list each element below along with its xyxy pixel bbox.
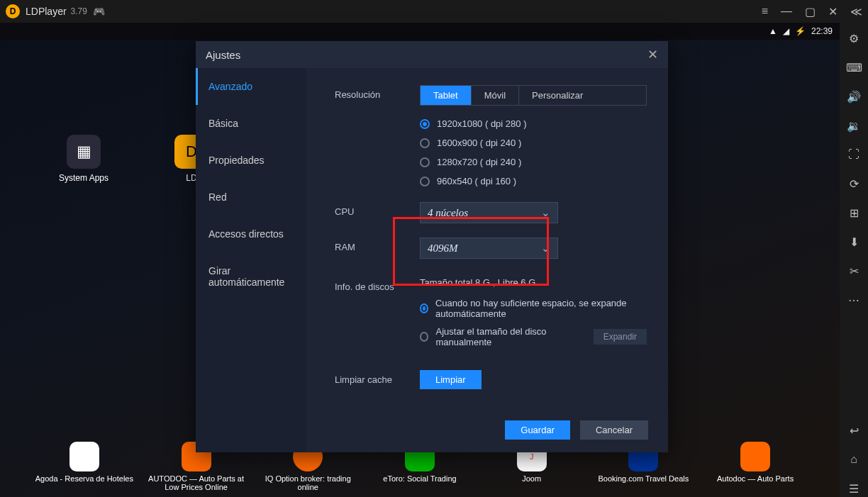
label-disk: Info. de discos [335,277,420,292]
signal-icon: ◢ [783,26,789,36]
sidebar-item-basica[interactable]: Básica [196,105,306,142]
save-button[interactable]: Guardar [505,420,570,440]
apk-icon[interactable]: ⬇ [845,233,862,250]
settings-content: Resolución Tablet Móvil Personalizar 192… [306,68,668,452]
chevron-down-icon: ⌄ [541,242,550,255]
sidebar-item-red[interactable]: Red [196,179,306,216]
app-name: LDPlayer [26,6,67,17]
charging-icon: ⚡ [795,26,806,36]
label-cache: Limpiar cache [335,370,420,385]
settings-modal: Ajustes ✕ Avanzado Básica Propiedades Re… [196,41,668,452]
ram-dropdown[interactable]: 4096M ⌄ [420,238,558,259]
volume-up-icon[interactable]: 🔊 [845,88,862,105]
back-icon[interactable]: ↩ [845,422,862,439]
resolution-tabs: Tablet Móvil Personalizar [420,85,647,106]
sidebar-item-girar[interactable]: Girar automáticamente [196,252,306,301]
radio-1600x900[interactable]: 1600x900 ( dpi 240 ) [420,138,647,148]
sidebar-item-propiedades[interactable]: Propiedades [196,142,306,179]
recent-icon[interactable]: ☰ [845,480,862,497]
close-icon[interactable]: ✕ [647,47,658,62]
home-icon[interactable]: ⌂ [845,451,862,468]
right-toolbar: ⚙ ⌨ 🔊 🔉 ⛶ ⟳ ⊞ ⬇ ✂ ⋯ ↩ ⌂ ☰ [840,23,868,497]
clear-cache-button[interactable]: Limpiar [420,370,482,389]
radio-dot-icon [420,332,428,342]
label-resolution: Resolución [335,85,420,100]
app-agoda[interactable]: Agoda - Reserva de Hoteles [31,442,138,491]
scissors-icon[interactable]: ✂ [845,262,862,279]
sidebar-item-avanzado[interactable]: Avanzado [196,68,306,105]
label-cpu: CPU [335,202,420,217]
keyboard-icon[interactable]: ⌨ [845,59,862,76]
ram-value: 4096M [428,242,458,255]
modal-header: Ajustes ✕ [196,41,668,68]
maximize-icon[interactable]: ▢ [805,5,816,18]
volume-down-icon[interactable]: 🔉 [845,117,862,134]
radio-1920x1080[interactable]: 1920x1080 ( dpi 280 ) [420,118,647,129]
radio-dot-icon [420,157,430,167]
collapse-sidebar-icon[interactable]: ≪ [850,5,862,18]
cpu-value: 4 núcelos [428,207,468,219]
modal-title: Ajustes [206,49,240,61]
menu-icon[interactable]: ≡ [762,5,768,18]
android-statusbar: ▲ ◢ ⚡ 22:39 [0,23,840,40]
fullscreen-icon[interactable]: ⛶ [845,146,862,163]
folder-icon: ▦ [67,135,101,169]
radio-disk-manual[interactable]: Ajustar el tamaño del disco manualmente … [420,326,647,347]
radio-dot-icon [420,177,430,186]
radio-dot-icon [420,138,430,148]
app-logo: D [6,4,20,18]
app-version: 3.79 [71,6,87,16]
radio-dot-icon [420,303,428,313]
settings-sidebar: Avanzado Básica Propiedades Red Accesos … [196,68,306,452]
desktop-icon-system-apps[interactable]: ▦ System Apps [41,135,126,183]
settings-gear-icon[interactable]: ⚙ [845,30,862,47]
status-time: 22:39 [811,26,833,36]
expand-button[interactable]: Expandir [594,329,647,345]
cancel-button[interactable]: Cancelar [580,420,648,440]
multi-instance-icon[interactable]: ⊞ [845,204,862,221]
wifi-icon: ▲ [769,26,777,36]
more-icon[interactable]: ⋯ [845,291,862,308]
tab-tablet[interactable]: Tablet [421,86,472,105]
tab-personalizar[interactable]: Personalizar [519,86,596,105]
disk-size-text: Tamaño total 8 G , Libre 6 G [420,277,647,288]
icon-label: System Apps [41,173,126,183]
chevron-down-icon: ⌄ [541,206,550,219]
close-icon[interactable]: ✕ [828,5,838,18]
tab-movil[interactable]: Móvil [472,86,519,105]
cpu-dropdown[interactable]: 4 núcelos ⌄ [420,202,558,223]
titlebar: D LDPlayer 3.79 🎮 ≡ — ▢ ✕ ≪ [0,0,868,23]
radio-dot-icon [420,119,430,129]
gamepad-icon[interactable]: 🎮 [93,6,105,17]
radio-1280x720[interactable]: 1280x720 ( dpi 240 ) [420,157,647,167]
minimize-icon[interactable]: — [781,5,792,18]
radio-960x540[interactable]: 960x540 ( dpi 160 ) [420,176,647,186]
sync-icon[interactable]: ⟳ [845,175,862,192]
radio-disk-auto[interactable]: Cuando no hay suficiente espacio, se exp… [420,298,647,319]
sidebar-item-accesos[interactable]: Accesos directos [196,216,306,252]
app-autodoc2[interactable]: Autodoc — Auto Parts [702,442,808,491]
label-ram: RAM [335,238,420,252]
